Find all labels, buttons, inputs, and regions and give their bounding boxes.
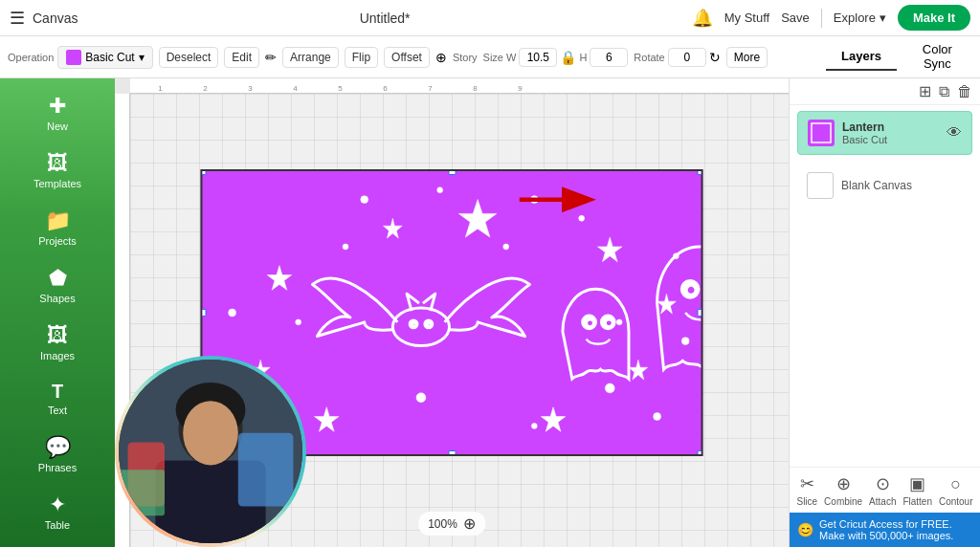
- svg-point-9: [343, 244, 348, 250]
- svg-marker-0: [458, 200, 496, 237]
- rotate-input[interactable]: [668, 48, 706, 67]
- rotate-group: Rotate ↻: [634, 48, 720, 67]
- slice-button[interactable]: ✂ Slice: [796, 473, 817, 507]
- offset-button[interactable]: Offset: [384, 47, 430, 68]
- size-label: Size: [483, 52, 503, 63]
- resize-handle-bc[interactable]: [448, 450, 456, 456]
- panel-grid-icon[interactable]: ⊞: [919, 82, 931, 100]
- blank-canvas-row: Blank Canvas: [797, 164, 972, 207]
- attach-label: Attach: [869, 496, 896, 507]
- operation-group: Operation Basic Cut ▾: [8, 46, 153, 69]
- edit-button[interactable]: Edit: [224, 47, 259, 68]
- w-label: W: [506, 52, 516, 63]
- sidebar-label-phrases: Phrases: [38, 462, 77, 473]
- layer-visibility-button[interactable]: 👁: [947, 124, 962, 142]
- zoom-bar: 100% ⊕: [418, 512, 485, 536]
- panel-delete-icon[interactable]: 🗑: [957, 83, 972, 100]
- contour-button[interactable]: ○ Contour: [939, 474, 973, 507]
- svg-marker-4: [657, 294, 677, 314]
- sidebar-item-phrases[interactable]: 💬 Phrases: [0, 427, 115, 481]
- rotate-label: Rotate: [634, 52, 664, 63]
- sidebar-item-images[interactable]: 🖼 Images: [0, 316, 115, 369]
- resize-handle-mr[interactable]: [698, 309, 703, 317]
- canvas-label: Canvas: [33, 11, 78, 26]
- top-bar-left: ☰ Canvas: [10, 8, 78, 29]
- main-area: ✚ New 🖼 Templates 📁 Projects ⬟ Shapes 🖼 …: [0, 78, 980, 547]
- sidebar-item-projects[interactable]: 📁 Projects: [0, 201, 115, 254]
- svg-marker-3: [383, 218, 402, 238]
- svg-point-19: [229, 309, 236, 317]
- bell-icon[interactable]: 🔔: [692, 8, 713, 29]
- offset-icon[interactable]: ⊕: [435, 50, 447, 65]
- top-bar-right: 🔔 My Stuff Save Explore ▾ Make It: [692, 5, 970, 31]
- tab-layers[interactable]: Layers: [826, 43, 896, 71]
- svg-rect-48: [810, 121, 833, 144]
- zoom-level: 100%: [428, 517, 457, 531]
- operation-select[interactable]: Basic Cut ▾: [57, 46, 152, 69]
- tab-color-sync[interactable]: Color Sync: [902, 36, 972, 78]
- phrases-icon: 💬: [45, 435, 71, 460]
- templates-icon: 🖼: [47, 151, 68, 176]
- h-label: H: [579, 52, 587, 63]
- table-icon: ✦: [49, 492, 66, 517]
- sidebar-item-text[interactable]: T Text: [0, 373, 115, 424]
- slice-icon: ✂: [800, 473, 814, 494]
- webcam-overlay: [115, 356, 306, 547]
- make-it-button[interactable]: Make It: [898, 5, 970, 31]
- svg-marker-1: [267, 266, 292, 291]
- sidebar-item-table[interactable]: ✦ Table: [0, 485, 115, 538]
- sidebar-item-templates[interactable]: 🖼 Templates: [0, 143, 115, 197]
- svg-point-14: [437, 187, 443, 193]
- combine-button[interactable]: ⊕ Combine: [824, 473, 862, 507]
- sidebar-label-table: Table: [45, 519, 70, 531]
- layer-info: Lantern Basic Cut: [842, 120, 939, 145]
- sidebar-label-images: Images: [40, 350, 75, 361]
- pencil-icon[interactable]: ✏: [265, 50, 277, 65]
- more-button[interactable]: More: [726, 47, 768, 68]
- layer-thumb-art: [810, 121, 833, 144]
- height-input[interactable]: [590, 48, 628, 67]
- attach-button[interactable]: ⊙ Attach: [869, 473, 896, 507]
- sidebar-item-shapes[interactable]: ⬟ Shapes: [0, 258, 115, 312]
- resize-handle-br[interactable]: [698, 450, 703, 456]
- second-toolbar: Operation Basic Cut ▾ Deselect Edit ✏ Ar…: [0, 36, 980, 78]
- chevron-down-icon: ▾: [880, 11, 886, 25]
- promo-banner[interactable]: 😊 Get Cricut Access for FREE. Make with …: [790, 513, 980, 547]
- resize-handle-tc[interactable]: [448, 169, 456, 175]
- bottom-tools: ✂ Slice ⊕ Combine ⊙ Attach ▣ Flatten ○ C…: [790, 467, 980, 513]
- operation-color-swatch: [66, 50, 81, 65]
- promo-emoji: 😊: [797, 522, 813, 537]
- svg-marker-8: [629, 360, 648, 380]
- rotate-icon[interactable]: ↻: [709, 50, 721, 65]
- combine-icon: ⊕: [836, 473, 851, 494]
- explore-button[interactable]: Explore ▾: [834, 11, 886, 25]
- resize-handle-tr[interactable]: [698, 169, 703, 175]
- zoom-in-icon[interactable]: ⊕: [463, 514, 476, 533]
- layer-thumbnail: [808, 120, 835, 146]
- width-input[interactable]: [519, 48, 557, 67]
- svg-point-22: [654, 413, 661, 421]
- promo-text: Get Cricut Access for FREE. Make with 50…: [819, 518, 972, 541]
- svg-point-33: [605, 319, 612, 327]
- canvas-area[interactable]: 1 2 3 4 5 6 7 8 9: [115, 78, 789, 547]
- sidebar-item-new[interactable]: ✚ New: [0, 86, 115, 140]
- deselect-button[interactable]: Deselect: [159, 47, 219, 68]
- panel-duplicate-icon[interactable]: ⧉: [939, 83, 949, 100]
- plus-icon: ✚: [49, 94, 66, 119]
- text-icon: T: [52, 381, 63, 403]
- resize-handle-ml[interactable]: [201, 309, 207, 317]
- svg-marker-5: [541, 407, 566, 432]
- my-stuff-link[interactable]: My Stuff: [724, 11, 769, 25]
- flip-button[interactable]: Flip: [345, 47, 378, 68]
- arrange-button[interactable]: Arrange: [282, 47, 339, 68]
- layer-item[interactable]: Lantern Basic Cut 👁: [797, 111, 972, 155]
- svg-point-44: [183, 401, 238, 465]
- ruler-horizontal: 1 2 3 4 5 6 7 8 9: [130, 78, 789, 94]
- save-button[interactable]: Save: [781, 11, 810, 25]
- top-bar: ☰ Canvas Untitled* 🔔 My Stuff Save Explo…: [0, 0, 980, 36]
- menu-icon[interactable]: ☰: [10, 8, 25, 29]
- svg-point-20: [416, 393, 426, 403]
- flatten-button[interactable]: ▣ Flatten: [902, 473, 932, 507]
- lock-icon[interactable]: 🔒: [560, 50, 576, 65]
- resize-handle-tl[interactable]: [201, 169, 207, 175]
